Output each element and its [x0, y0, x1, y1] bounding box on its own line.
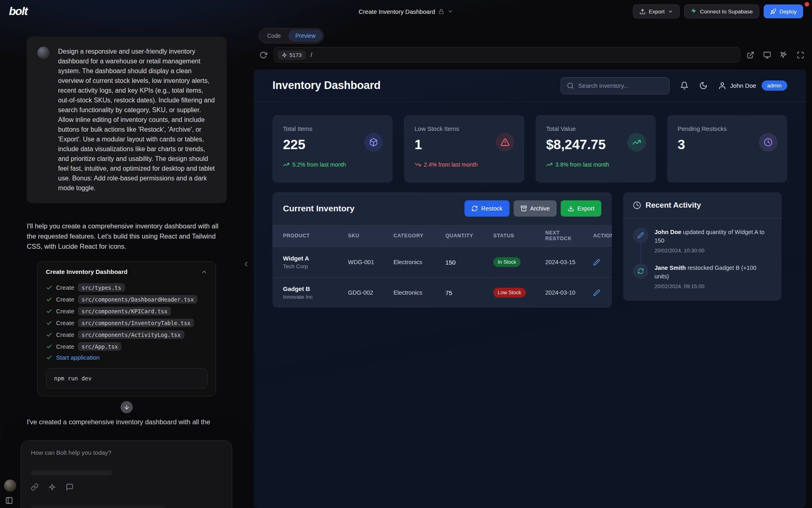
address-bar[interactable]: 5173 /	[274, 47, 740, 63]
download-icon	[568, 205, 574, 212]
activity-title: Recent Activity	[646, 201, 701, 210]
check-icon	[46, 308, 52, 315]
user-icon	[718, 82, 726, 90]
export-button[interactable]: Export	[633, 4, 680, 18]
chevron-up-icon	[201, 269, 207, 275]
table-header-row: Product SKU Category Quantity Status Nex…	[272, 225, 612, 247]
start-application-link[interactable]: Start application	[56, 354, 100, 361]
preview-actions	[747, 51, 804, 59]
refresh-icon[interactable]	[259, 51, 267, 59]
plan-step-list: Create src/types.ts Create src/component…	[38, 282, 216, 365]
sidebar-toggle-icon[interactable]	[5, 497, 13, 504]
activity-item: John Doe updated quantity of Widget A to…	[633, 228, 772, 254]
terminal-command-block: npm run dev	[46, 368, 207, 389]
assistant-outro-text: I've created a comprehensive inventory d…	[27, 418, 226, 426]
rendered-app: Inventory Dashboard John Doe admin Total…	[254, 69, 806, 508]
topbar-actions: Export Connect to Supabase Deploy	[633, 4, 803, 18]
edit-row-icon[interactable]	[593, 259, 610, 266]
editor-tabs: Code Preview	[259, 28, 324, 43]
connect-supabase-button[interactable]: Connect to Supabase	[684, 4, 759, 18]
kpi-card-total-value: Total Value $8,247.75 3.8% from last mon…	[536, 115, 656, 182]
fullscreen-icon[interactable]	[797, 51, 804, 59]
trending-down-icon	[415, 161, 421, 168]
upload-icon	[639, 9, 646, 15]
link-icon[interactable]	[31, 483, 39, 491]
bell-icon[interactable]	[680, 81, 689, 90]
preview-browser-bar: 5173 /	[259, 47, 804, 63]
clock-icon	[633, 201, 641, 209]
file-chip[interactable]: src/components/InventoryTable.tsx	[78, 319, 194, 327]
restock-button[interactable]: Restock	[464, 200, 509, 217]
preview-pane: Code Preview 5173 / Inventory Dashboard	[254, 23, 806, 508]
archive-icon	[520, 205, 527, 212]
user-menu[interactable]: John Doe	[718, 82, 756, 90]
app-title: Inventory Dashboard	[272, 79, 380, 92]
chat-mode-icon[interactable]	[66, 483, 73, 491]
search-icon	[567, 82, 574, 89]
check-icon	[46, 320, 52, 326]
status-badge: In Stock	[493, 257, 520, 267]
file-chip[interactable]: src/components/DashboardHeader.tsx	[78, 295, 197, 304]
assistant-intro-text: I'll help you create a comprehensive inv…	[27, 221, 227, 252]
plan-step: Create src/types.ts	[46, 282, 207, 293]
bolt-logo[interactable]: bolt	[9, 5, 27, 18]
supabase-bolt-icon	[691, 8, 697, 15]
profile-avatar[interactable]	[4, 480, 16, 492]
collapse-plan-button[interactable]	[201, 269, 207, 275]
check-icon	[46, 343, 52, 350]
user-prompt-text: Design a responsive and user-friendly in…	[58, 47, 216, 193]
kpi-card-pending-restocks: Pending Restocks 3	[667, 115, 787, 182]
url-path: /	[311, 52, 312, 58]
user-message-card: Design a responsive and user-friendly in…	[27, 37, 227, 203]
export-inventory-button[interactable]: Export	[561, 200, 601, 217]
device-preview-icon[interactable]	[763, 51, 771, 59]
clock-icon	[759, 133, 777, 152]
check-icon	[46, 354, 52, 361]
zap-icon	[282, 52, 287, 58]
file-chip[interactable]: src/App.tsx	[78, 342, 121, 351]
plan-step: Create src/components/DashboardHeader.ts…	[46, 293, 207, 305]
edit-icon	[633, 228, 648, 243]
plan-step: Create src/App.tsx	[46, 341, 207, 352]
edit-row-icon[interactable]	[593, 289, 610, 296]
project-title-menu[interactable]: Create Inventory Dashboard	[358, 8, 453, 15]
tab-preview[interactable]: Preview	[288, 30, 322, 42]
inspector-off-icon[interactable]	[780, 51, 788, 59]
inventory-table-card: Current Inventory Restock Archive Exp	[272, 192, 612, 308]
check-icon	[46, 332, 52, 338]
package-icon	[364, 133, 383, 152]
table-row: Widget A Tech Corp WDG-001 Electronics 1…	[272, 247, 612, 278]
kpi-card-total-items: Total Items 225 5.2% from last month	[272, 115, 393, 182]
collapse-chat-handle[interactable]	[242, 260, 250, 268]
file-chip[interactable]: src/components/KPICard.tsx	[78, 307, 171, 315]
dark-mode-toggle-icon[interactable]	[699, 81, 708, 90]
file-chip[interactable]: src/types.ts	[78, 283, 125, 292]
chevron-down-icon[interactable]	[448, 9, 454, 14]
sparkles-icon[interactable]	[48, 483, 56, 491]
blurred-footer-row	[31, 505, 165, 508]
check-icon	[46, 296, 52, 303]
user-avatar	[37, 47, 50, 59]
plan-step: Create src/components/InventoryTable.tsx	[46, 317, 207, 329]
open-external-icon[interactable]	[747, 51, 754, 59]
file-chip[interactable]: src/components/ActivityLog.tsx	[78, 330, 184, 339]
deploy-button[interactable]: Deploy	[764, 4, 803, 18]
scroll-to-bottom-button[interactable]	[121, 401, 133, 413]
activity-item: Jane Smith restocked Gadget B (+100 unit…	[633, 263, 772, 289]
table-row: Gadget B Innovate Inc GDG-002 Electronic…	[272, 278, 612, 308]
port-chip[interactable]: 5173	[278, 50, 306, 60]
role-badge: admin	[762, 80, 787, 91]
tab-code[interactable]: Code	[260, 30, 287, 42]
app-header: Inventory Dashboard John Doe admin	[254, 69, 806, 102]
chat-panel: Design a responsive and user-friendly in…	[0, 23, 253, 508]
build-plan-card: Create Inventory Dashboard Create src/ty…	[37, 261, 216, 396]
chat-input[interactable]	[31, 449, 222, 467]
search-input[interactable]	[578, 82, 663, 89]
inventory-search[interactable]	[561, 77, 669, 94]
refresh-icon	[471, 205, 478, 212]
archive-button[interactable]: Archive	[514, 200, 557, 217]
trending-up-icon	[627, 133, 646, 152]
kpi-card-low-stock: Low Stock Items 1 2.4% from last month	[404, 115, 524, 182]
plan-title: Create Inventory Dashboard	[46, 268, 127, 275]
arrow-down-icon	[123, 404, 130, 410]
